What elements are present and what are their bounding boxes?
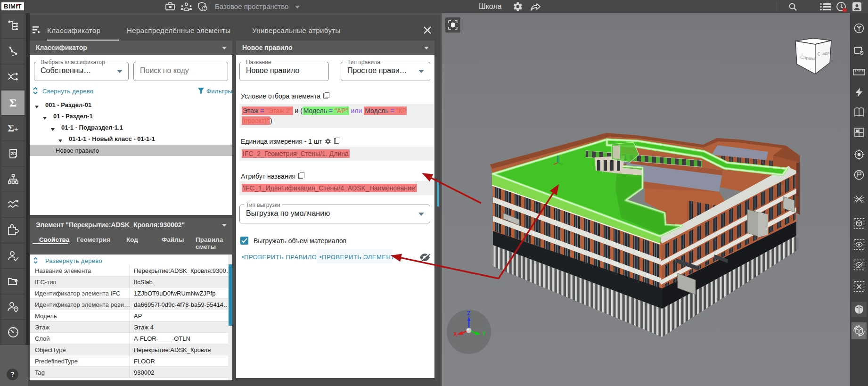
svg-text:X: X (453, 331, 457, 337)
svg-text:Z: Z (467, 310, 470, 317)
svg-text:2D: 2D (11, 151, 16, 156)
svg-text:Y: Y (482, 330, 486, 337)
